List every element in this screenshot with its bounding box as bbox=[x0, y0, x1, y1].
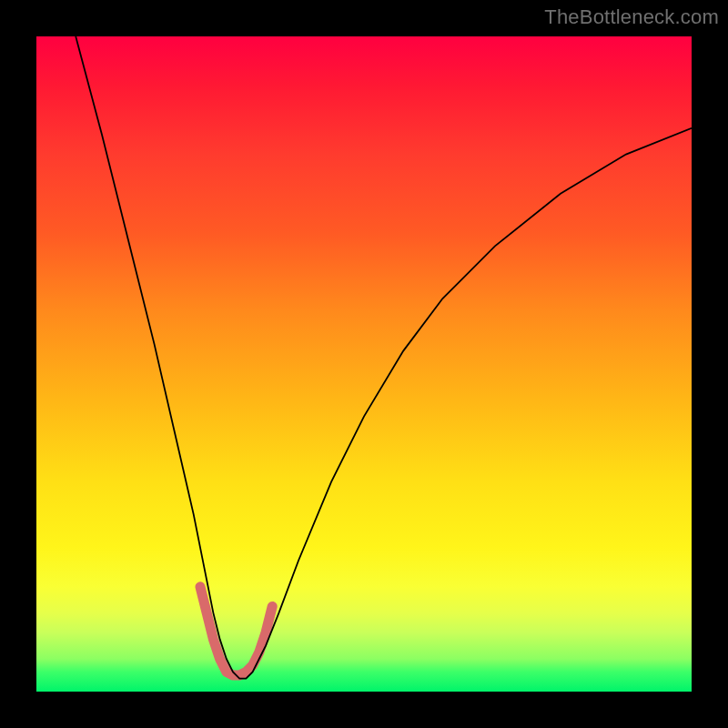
chart-svg bbox=[36, 36, 692, 692]
plot-area bbox=[36, 36, 692, 692]
series-main-curve bbox=[76, 36, 692, 679]
chart-frame: TheBottleneck.com bbox=[0, 0, 728, 728]
watermark-text: TheBottleneck.com bbox=[544, 5, 719, 29]
